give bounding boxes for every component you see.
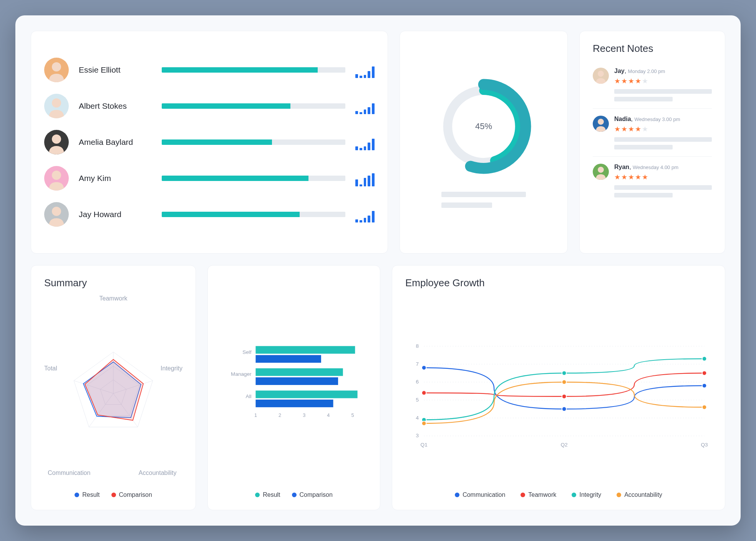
bottom-row: Summary TeamworkIntegrityAccountabilityC… <box>31 265 725 510</box>
legend-label: Integrity <box>579 491 601 498</box>
svg-text:3: 3 <box>416 433 419 438</box>
progress-bar <box>162 139 345 145</box>
svg-point-67 <box>422 421 426 426</box>
legend-item-comparison: Comparison <box>292 491 333 498</box>
avatar <box>44 166 69 191</box>
dot-icon <box>455 493 459 497</box>
avatar <box>44 58 69 82</box>
svg-point-61 <box>422 391 426 395</box>
summary-title: Summary <box>44 277 182 289</box>
legend-item-result: Result <box>255 491 280 498</box>
legend-item-comparison: Comparison <box>111 491 152 498</box>
avatar <box>593 164 609 180</box>
svg-point-59 <box>562 407 567 412</box>
progress-bar <box>162 212 345 217</box>
donut-placeholder <box>441 192 526 208</box>
svg-text:Q3: Q3 <box>701 442 708 448</box>
bar-chart-icon[interactable] <box>355 206 375 222</box>
dot-icon <box>111 493 116 497</box>
star-rating: ★★★★★ <box>614 173 712 181</box>
svg-text:5: 5 <box>351 413 354 418</box>
person-row[interactable]: Essie Elliott <box>44 58 375 82</box>
note-placeholder <box>614 137 712 149</box>
svg-rect-37 <box>255 400 333 407</box>
placeholder-line <box>441 202 492 208</box>
avatar <box>593 68 609 84</box>
summary-card: Summary TeamworkIntegrityAccountabilityC… <box>31 265 196 510</box>
donut-percent-label: 45% <box>434 76 534 176</box>
person-name: Jay Howard <box>79 210 152 219</box>
legend-label: Result <box>263 491 280 498</box>
svg-text:4: 4 <box>416 415 419 421</box>
avatar <box>44 94 69 118</box>
summary-legend: Result Comparison <box>44 491 182 498</box>
star-icon: ★ <box>635 77 641 85</box>
bar-chart-icon[interactable] <box>355 62 375 78</box>
person-name: Essie Elliott <box>79 65 152 75</box>
note-header: Jay, Monday 2.00 pm <box>614 68 712 75</box>
legend-item-communication: Communication <box>455 491 505 498</box>
svg-point-1 <box>52 62 61 71</box>
legend-label: Teamwork <box>528 491 556 498</box>
dot-icon <box>617 493 621 497</box>
bar-chart-icon[interactable] <box>355 170 375 186</box>
horizontal-bar-chart: SelfManagerAll12345 <box>221 289 367 488</box>
star-icon: ★ <box>628 173 634 181</box>
note-header: Ryan, Wednesday 4.00 pm <box>614 164 712 171</box>
dashboard-page: Essie Elliott Albert Stokes Amelia Bayla… <box>15 15 741 526</box>
svg-text:1: 1 <box>254 413 257 418</box>
legend-label: Comparison <box>300 491 333 498</box>
star-icon: ★ <box>621 173 627 181</box>
person-row[interactable]: Amelia Baylard <box>44 130 375 154</box>
bar-chart-icon[interactable] <box>355 98 375 114</box>
star-icon: ★ <box>614 125 620 133</box>
radar-axis-label: Communication <box>48 470 90 476</box>
person-row[interactable]: Amy Kim <box>44 166 375 191</box>
svg-text:All: All <box>246 393 252 399</box>
person-row[interactable]: Jay Howard <box>44 202 375 227</box>
svg-text:Q2: Q2 <box>561 442 568 448</box>
bar-chart-card: SelfManagerAll12345 Result Comparison <box>207 265 380 510</box>
recent-notes-card: Recent Notes Jay, Monday 2.00 pm ★★★★★ N… <box>579 31 725 254</box>
progress-bar <box>162 176 345 181</box>
star-icon: ★ <box>614 173 620 181</box>
legend-label: Accountability <box>624 491 662 498</box>
star-rating: ★★★★★ <box>614 125 712 133</box>
note-item[interactable]: Jay, Monday 2.00 pm ★★★★★ <box>593 61 712 109</box>
svg-point-65 <box>562 371 567 375</box>
placeholder-line <box>441 192 526 197</box>
employee-growth-card: Employee Growth 345678Q1Q2Q3 Communicati… <box>392 265 725 510</box>
legend-item-accountability: Accountability <box>617 491 662 498</box>
svg-text:5: 5 <box>416 397 419 403</box>
svg-point-68 <box>562 380 567 385</box>
person-name: Amy Kim <box>79 174 152 183</box>
note-item[interactable]: Nadia, Wednesday 3.00 pm ★★★★★ <box>593 109 712 157</box>
legend-label: Result <box>82 491 99 498</box>
svg-text:4: 4 <box>327 413 330 418</box>
svg-point-18 <box>598 167 604 173</box>
note-item[interactable]: Ryan, Wednesday 4.00 pm ★★★★★ <box>593 157 712 204</box>
bar-legend: Result Comparison <box>221 491 367 498</box>
person-row[interactable]: Albert Stokes <box>44 94 375 118</box>
star-icon: ★ <box>628 77 634 85</box>
dot-icon <box>572 493 576 497</box>
svg-point-60 <box>702 383 707 388</box>
svg-point-58 <box>422 365 426 370</box>
star-rating: ★★★★★ <box>614 77 712 85</box>
radar-axis-label: Accountability <box>139 470 177 476</box>
person-name: Amelia Baylard <box>79 138 152 147</box>
growth-legend: Communication Teamwork Integrity Account… <box>405 491 712 498</box>
svg-text:6: 6 <box>416 379 419 385</box>
svg-point-9 <box>52 207 61 216</box>
svg-text:2: 2 <box>279 413 281 418</box>
bar-chart-icon[interactable] <box>355 134 375 150</box>
svg-point-3 <box>52 98 61 108</box>
svg-text:Manager: Manager <box>231 371 252 377</box>
svg-point-7 <box>52 171 61 180</box>
note-placeholder <box>614 89 712 101</box>
svg-marker-28 <box>85 359 143 420</box>
star-icon: ★ <box>614 77 620 85</box>
donut-chart: 45% <box>434 76 534 176</box>
legend-label: Communication <box>463 491 505 498</box>
svg-text:Self: Self <box>242 349 252 355</box>
